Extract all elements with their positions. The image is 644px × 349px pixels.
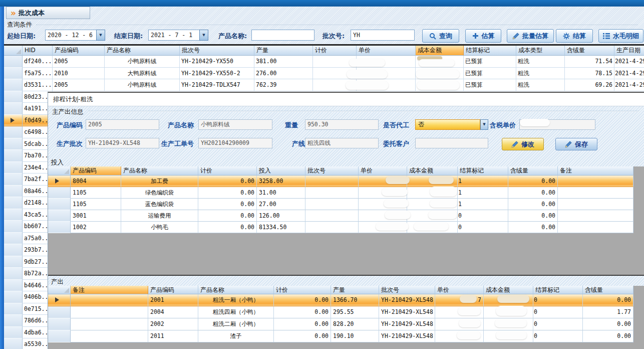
divider-dotted [36, 25, 638, 25]
col-product-code[interactable]: 产品编码 [148, 286, 198, 294]
row-selector [4, 256, 23, 268]
save-button[interactable]: 保存 [555, 138, 597, 150]
work-order-field[interactable]: YH202104290009 [198, 138, 272, 148]
row-selector [4, 244, 23, 256]
col-cost-type[interactable]: 成本类型 [516, 46, 565, 56]
cell-down: 0.00 [583, 294, 633, 306]
table-row[interactable]: 2002 粗洗二厢（小鸭） 0.00 828.20 YH-210429-XL54… [48, 318, 633, 330]
col-product-name[interactable]: 产品名称 [121, 166, 198, 176]
cell-down: 71.54 [565, 56, 614, 68]
table-row[interactable]: 3001 运输费用 0.00 126.00 0 0.00 [48, 210, 633, 222]
cell-code: 2010 [53, 68, 105, 80]
col-product-code[interactable]: 产品编码 [71, 166, 121, 176]
row-selector [4, 173, 23, 186]
table-row[interactable]: d3531... 2005 小鸭原料绒 YH-210429-TDLX547 76… [4, 79, 644, 91]
table-row[interactable]: 1105 绿色编织袋 0.00 31.00 1 0.00 [48, 187, 633, 199]
table-row[interactable]: 2004 粗洗四厢（小鸭） 0.00 295.55 YH-210429-XL54… [48, 306, 633, 318]
cell-batch [305, 187, 359, 199]
table-row[interactable]: 2001 粗洗一厢（小鸭） 0.00 1366.70 YH-210429-XL5… [48, 294, 633, 306]
is-oem-dropdown-icon[interactable]: ▼ [480, 119, 488, 130]
col-product-name[interactable]: 产品名称 [105, 46, 180, 56]
weight-field[interactable]: 950.30 [305, 119, 379, 130]
search-button[interactable]: 查询 [422, 29, 459, 43]
water-wool-detail-button[interactable]: 水毛明细 [598, 29, 643, 43]
start-date-label: 起始日期: [7, 32, 36, 41]
table-row[interactable]: 1002 小鸭毛 0.00 81334.50 0 0.00 [48, 222, 633, 233]
select-all-corner[interactable] [48, 286, 71, 294]
is-oem-select[interactable]: 否 [415, 119, 480, 130]
cell-name: 小鸭原料绒 [105, 79, 180, 91]
col-pricing[interactable]: 计价 [313, 46, 357, 56]
col-settle-mark[interactable]: 结算标记 [464, 46, 516, 56]
list-icon [603, 33, 610, 39]
col-batch-no[interactable]: 批次号 [379, 286, 435, 294]
modify-button[interactable]: 修改 [502, 138, 544, 150]
col-output-qty[interactable]: 产量 [331, 286, 379, 294]
batch-estimate-button[interactable]: 批量估算 [507, 29, 554, 43]
batch-no-input[interactable]: YH [351, 30, 415, 41]
product-name-label: 产品名称 [168, 121, 194, 130]
product-code-field[interactable]: 2005 [86, 119, 159, 130]
client-field[interactable] [415, 138, 488, 148]
estimate-button[interactable]: 估算 [465, 29, 501, 43]
select-all-corner[interactable] [48, 166, 71, 176]
cell-price: 0.00 [198, 210, 257, 222]
select-all-corner[interactable] [4, 46, 23, 56]
col-input-qty[interactable]: 投入 [257, 166, 305, 176]
col-hid[interactable]: HID [23, 46, 53, 56]
col-batch-no[interactable]: 批次号 [305, 166, 359, 176]
col-note[interactable]: 备注 [558, 166, 633, 176]
table-row[interactable]: f5a75... 2010 大鸭原料绒 YH-210429-YX550-2 27… [4, 68, 644, 80]
col-note[interactable]: 备注 [71, 286, 148, 294]
col-unit-price[interactable]: 单价 [359, 166, 407, 176]
censor-blob [376, 222, 409, 231]
censor-blob [416, 70, 460, 79]
row-selector [4, 221, 23, 233]
prod-line-field[interactable]: 粗洗四线 [305, 138, 379, 148]
col-pricing[interactable]: 计价 [274, 286, 331, 294]
col-down-content[interactable]: 含绒量 [565, 46, 614, 56]
censor-blob [497, 295, 529, 303]
col-unit-price[interactable]: 单价 [357, 46, 416, 56]
col-settle-mark[interactable]: 结算标记 [458, 166, 508, 176]
gear-icon [563, 33, 570, 40]
col-output-qty[interactable]: 产量 [254, 46, 313, 56]
product-name-input[interactable] [251, 30, 314, 41]
col-cost-amount[interactable]: 成本金额 [484, 286, 533, 294]
search-icon [429, 33, 436, 40]
table-row[interactable]: 2011 渣子 0.00 190.10 YH-210429-XL548 0 0.… [48, 330, 633, 342]
product-name-label: 产品名称: [218, 32, 247, 41]
col-pricing[interactable]: 计价 [198, 166, 257, 176]
row-selector [48, 222, 71, 233]
start-date-dropdown-icon[interactable]: ▼ [96, 30, 105, 41]
settle-button[interactable]: 结算 [556, 29, 593, 43]
cell-down: 0.00 [508, 222, 558, 233]
table-row[interactable]: 1105 蓝色编织袋 0.00 27.00 1 0.00 [48, 199, 633, 210]
row-selector [4, 68, 23, 80]
col-settle-mark[interactable]: 结算标记 [533, 286, 583, 294]
cell-settle: 0 [458, 210, 508, 222]
cell-date: 2021-4-29 [614, 68, 644, 80]
col-down-content[interactable]: 含绒量 [583, 286, 633, 294]
cell-batch [305, 176, 359, 187]
cell-settle: 0 [458, 222, 508, 233]
col-down-content[interactable]: 含绒量 [508, 166, 558, 176]
table-row[interactable]: df240... 2005 小鸭原料绒 YH-210429-YX550 381.… [4, 56, 644, 68]
row-selector [4, 315, 23, 327]
col-batch-no[interactable]: 批次号 [180, 46, 254, 56]
tab-batch-cost[interactable]: » 批次成本 [6, 7, 90, 19]
end-date-dropdown-icon[interactable]: ▼ [199, 30, 208, 41]
row-selector [4, 327, 23, 339]
col-prod-date[interactable]: 生产日期 [614, 46, 644, 56]
col-product-code[interactable]: 产品编码 [53, 46, 105, 56]
cell-code: 1002 [71, 222, 121, 233]
row-selector [48, 187, 71, 199]
product-name-field[interactable]: 小鸭原料绒 [198, 119, 272, 130]
table-row[interactable]: 8004 加工费 0.00 3258.00 1 0.00 [48, 176, 633, 187]
censor-blob [386, 176, 410, 184]
col-cost-amount[interactable]: 成本金额 [416, 46, 464, 56]
col-unit-price[interactable]: 单价 [435, 286, 484, 294]
col-product-name[interactable]: 产品名称 [198, 286, 274, 294]
prod-batch-field[interactable]: YH-210429-XL548 [86, 138, 159, 148]
col-cost-amount[interactable]: 成本金额 [407, 166, 458, 176]
